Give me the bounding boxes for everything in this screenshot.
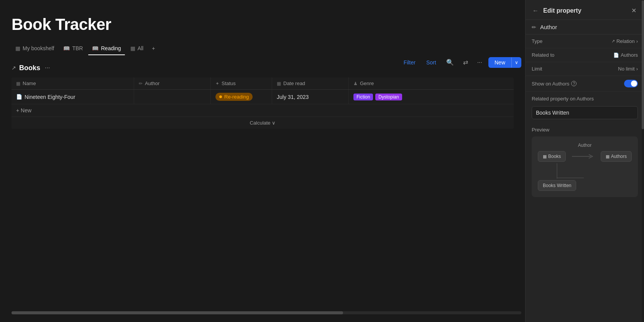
layout-button[interactable]: ⇄ (460, 57, 471, 68)
connector-lines-svg (538, 163, 632, 179)
toggle-thumb (631, 80, 637, 87)
edit-property-panel: ← Edit property ✕ ✏ Author Type ↗ Relati… (525, 0, 644, 322)
external-link-icon: ↗ (12, 65, 16, 71)
related-prop-section: Related property on Authors (526, 92, 644, 103)
tab-my-bookshelf[interactable]: ▦ My bookshelf (12, 43, 58, 54)
all-icon: ▦ (130, 45, 135, 51)
database-menu-button[interactable]: ··· (43, 64, 51, 72)
panel-header-left: ← Edit property (532, 7, 582, 15)
cell-genre: Fiction Dystopian (349, 90, 449, 104)
table-header: ▦ Name ✏ Author ✦ Status ▦ Date read ♟ (12, 77, 514, 90)
genre-dystopian-tag: Dystopian (375, 94, 402, 100)
panel-scrollbar-thumb (642, 0, 644, 129)
add-new-row[interactable]: + New (12, 104, 514, 117)
tab-all[interactable]: ▦ All (127, 43, 148, 54)
column-status: ✦ Status (211, 77, 272, 89)
edit-pencil-icon: ✏ (532, 24, 536, 30)
preview-label: Preview (532, 127, 638, 133)
panel-body: Type ↗ Relation › Related to 📄 Authors L… (526, 34, 644, 322)
tab-tbr[interactable]: 📖 TBR (59, 43, 87, 54)
books-table-icon: ▦ (543, 154, 547, 159)
preview-diagram: Author ▦ Books ▦ Authors (532, 136, 638, 197)
table-row[interactable]: 📄 Nineteen Eighty-Four Re-reading July 3… (12, 90, 514, 104)
close-button[interactable]: ✕ (630, 6, 638, 15)
panel-title: Edit property (543, 7, 582, 14)
date-col-icon: ▦ (277, 81, 281, 86)
row-doc-icon: 📄 (16, 94, 22, 100)
status-dot (219, 95, 222, 98)
related-to-label: Related to (532, 52, 554, 58)
doc-icon: 📄 (613, 53, 619, 58)
show-on-authors-row: Show on Authors ? (526, 76, 644, 92)
limit-chevron-icon: › (636, 66, 638, 72)
new-chevron-button[interactable]: ∨ (511, 58, 521, 67)
genre-fiction-tag: Fiction (353, 94, 373, 100)
scrollbar-thumb (12, 311, 343, 314)
limit-label: Limit (532, 66, 542, 72)
tab-reading[interactable]: 📖 Reading (88, 43, 125, 54)
authors-table-icon: ▦ (606, 154, 610, 159)
new-button[interactable]: New (488, 57, 511, 68)
type-chevron-icon: › (636, 38, 638, 44)
column-genre: ♟ Genre (349, 77, 449, 89)
bookshelf-icon: ▦ (15, 45, 20, 51)
more-button[interactable]: ··· (474, 57, 485, 68)
help-icon[interactable]: ? (571, 81, 577, 86)
column-author: ✏ Author (134, 77, 211, 89)
related-to-value: 📄 Authors (613, 52, 638, 58)
related-to-row: Related to 📄 Authors (526, 48, 644, 62)
panel-scrollbar[interactable] (642, 0, 644, 322)
type-property-row: Type ↗ Relation › (526, 34, 644, 48)
name-col-icon: ▦ (16, 81, 20, 86)
toolbar-right: Filter Sort 🔍 ⇄ ··· New ∨ (400, 57, 521, 68)
limit-row: Limit No limit › (526, 62, 644, 76)
status-badge: Re-reading (215, 93, 253, 101)
cell-author (134, 90, 211, 104)
calculate-chevron-icon: ∨ (272, 120, 276, 126)
diagram-top-label: Author (578, 143, 591, 148)
field-name-value: Author (540, 24, 638, 30)
tabs-bar: ▦ My bookshelf 📖 TBR 📖 Reading ▦ All + (12, 43, 514, 54)
filter-button[interactable]: Filter (400, 58, 419, 67)
database-section: ↗ Books ··· ▦ Name ✏ Author ✦ Status (12, 61, 514, 129)
panel-edit-row: ✏ Author (526, 20, 644, 34)
preview-section: Preview Author ▦ Books ▦ (526, 122, 644, 202)
show-on-label: Show on Authors (532, 81, 569, 87)
relation-arrow-svg (572, 153, 595, 160)
database-title: Books (19, 64, 40, 72)
related-prop-input[interactable] (532, 106, 638, 119)
diagram-authors-box: ▦ Authors (601, 151, 632, 162)
type-value[interactable]: ↗ Relation › (611, 38, 638, 44)
diagram-books-box: ▦ Books (538, 151, 566, 162)
sort-button[interactable]: Sort (422, 58, 440, 67)
horizontal-scrollbar[interactable] (12, 311, 521, 314)
external-link-small-icon: ↗ (611, 39, 615, 44)
books-table: ▦ Name ✏ Author ✦ Status ▦ Date read ♟ (12, 77, 514, 129)
show-on-toggle[interactable] (624, 80, 638, 87)
panel-header: ← Edit property ✕ (526, 0, 644, 20)
related-prop-label: Related property on Authors (532, 96, 594, 102)
reading-icon: 📖 (92, 45, 99, 51)
cell-name: 📄 Nineteen Eighty-Four (12, 90, 134, 104)
add-tab-button[interactable]: + (149, 43, 158, 54)
type-label: Type (532, 38, 542, 44)
show-on-label-group: Show on Authors ? (532, 81, 577, 87)
back-button[interactable]: ← (532, 7, 539, 15)
new-button-group: New ∨ (488, 57, 521, 68)
status-col-icon: ✦ (215, 81, 219, 86)
cell-date-read: July 31, 2023 (272, 90, 349, 104)
app-title: Book Tracker (12, 15, 514, 34)
author-col-icon: ✏ (139, 81, 143, 86)
limit-value[interactable]: No limit › (618, 66, 638, 72)
calculate-row[interactable]: Calculate ∨ (12, 117, 514, 129)
tbr-icon: 📖 (63, 45, 70, 51)
column-name: ▦ Name (12, 77, 134, 89)
genre-col-icon: ♟ (353, 81, 358, 86)
diagram-books-written-box: Books Written (538, 180, 576, 191)
cell-status: Re-reading (211, 90, 272, 104)
search-button[interactable]: 🔍 (443, 57, 457, 68)
column-date-read: ▦ Date read (272, 77, 349, 89)
